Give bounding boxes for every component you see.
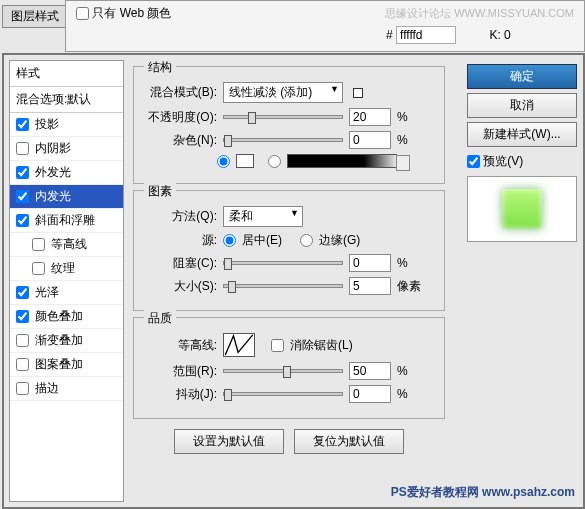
noise-slider[interactable] (223, 138, 343, 142)
style-label: 描边 (35, 380, 59, 397)
style-item-内阴影[interactable]: 内阴影 (10, 137, 123, 161)
watermark-top: 思缘设计论坛 WWW.MISSYUAN.COM (385, 6, 574, 21)
noise-input[interactable] (349, 131, 391, 149)
style-label: 光泽 (35, 284, 59, 301)
style-checkbox[interactable] (16, 382, 29, 395)
style-label: 颜色叠加 (35, 308, 83, 325)
style-item-描边[interactable]: 描边 (10, 377, 123, 401)
style-checkbox[interactable] (16, 286, 29, 299)
element-title: 图素 (144, 183, 176, 200)
antialias-label: 消除锯齿(L) (290, 337, 353, 354)
contour-picker[interactable] (223, 333, 255, 357)
source-edge-radio[interactable] (300, 234, 313, 247)
color-swatch[interactable] (236, 154, 254, 168)
choke-slider[interactable] (223, 261, 343, 265)
method-dropdown[interactable]: 柔和 (223, 206, 303, 227)
opacity-slider[interactable] (223, 115, 343, 119)
style-checkbox[interactable] (16, 118, 29, 131)
blend-mode-label: 混合模式(B): (142, 84, 217, 101)
opacity-label: 不透明度(O): (142, 109, 217, 126)
style-item-光泽[interactable]: 光泽 (10, 281, 123, 305)
layer-style-dialog: 样式 混合选项:默认 投影内阴影外发光内发光斜面和浮雕等高线纹理光泽颜色叠加渐变… (2, 53, 585, 509)
center-label: 居中(E) (242, 232, 282, 249)
px-label: 像素 (397, 278, 421, 295)
solid-color-radio[interactable] (217, 155, 230, 168)
style-label: 等高线 (51, 236, 87, 253)
settings-panel: 结构 混合模式(B): 线性减淡 (添加) 不透明度(O): % 杂色(N): … (129, 60, 449, 502)
style-label: 外发光 (35, 164, 71, 181)
dialog-tab: 图层样式 (2, 5, 68, 28)
size-label: 大小(S): (142, 278, 217, 295)
antialias-checkbox[interactable] (271, 339, 284, 352)
range-slider[interactable] (223, 369, 343, 373)
k-label: K: (489, 28, 500, 42)
new-style-button[interactable]: 新建样式(W)... (467, 122, 577, 147)
contour-label: 等高线: (142, 337, 217, 354)
size-slider[interactable] (223, 284, 343, 288)
style-checkbox[interactable] (16, 310, 29, 323)
web-only-checkbox[interactable]: 只有 Web 颜色 (76, 6, 171, 20)
style-label: 内阴影 (35, 140, 71, 157)
jitter-slider[interactable] (223, 392, 343, 396)
cancel-button[interactable]: 取消 (467, 93, 577, 118)
preview-checkbox[interactable]: 预览(V) (467, 153, 577, 170)
style-label: 内发光 (35, 188, 71, 205)
k-value: 0 (504, 28, 511, 42)
size-input[interactable] (349, 277, 391, 295)
preview-chip (502, 189, 542, 229)
style-item-等高线[interactable]: 等高线 (10, 233, 123, 257)
range-input[interactable] (349, 362, 391, 380)
style-item-图案叠加[interactable]: 图案叠加 (10, 353, 123, 377)
style-item-颜色叠加[interactable]: 颜色叠加 (10, 305, 123, 329)
set-default-button[interactable]: 设置为默认值 (174, 429, 284, 454)
preview-label: 预览(V) (483, 154, 523, 168)
ok-button[interactable]: 确定 (467, 64, 577, 89)
right-panel: 确定 取消 新建样式(W)... 预览(V) (467, 60, 577, 242)
blend-dropdown-icon[interactable] (353, 88, 363, 98)
blend-options[interactable]: 混合选项:默认 (10, 87, 123, 113)
style-label: 纹理 (51, 260, 75, 277)
opacity-input[interactable] (349, 108, 391, 126)
jitter-label: 抖动(J): (142, 386, 217, 403)
source-center-radio[interactable] (223, 234, 236, 247)
style-item-纹理[interactable]: 纹理 (10, 257, 123, 281)
style-item-内发光[interactable]: 内发光 (10, 185, 123, 209)
style-item-外发光[interactable]: 外发光 (10, 161, 123, 185)
color-picker-strip: 只有 Web 颜色 # K: 0 思缘设计论坛 WWW.MISSYUAN.COM (65, 0, 585, 52)
watermark-bottom: PS爱好者教程网 www.psahz.com (391, 484, 575, 501)
jitter-input[interactable] (349, 385, 391, 403)
style-item-斜面和浮雕[interactable]: 斜面和浮雕 (10, 209, 123, 233)
style-checkbox[interactable] (16, 334, 29, 347)
reset-default-button[interactable]: 复位为默认值 (294, 429, 404, 454)
style-item-渐变叠加[interactable]: 渐变叠加 (10, 329, 123, 353)
style-label: 斜面和浮雕 (35, 212, 95, 229)
style-checkbox[interactable] (16, 142, 29, 155)
pct-label: % (397, 364, 408, 378)
gradient-radio[interactable] (268, 155, 281, 168)
web-only-label: 只有 Web 颜色 (92, 6, 171, 20)
styles-list: 样式 混合选项:默认 投影内阴影外发光内发光斜面和浮雕等高线纹理光泽颜色叠加渐变… (9, 60, 124, 502)
style-item-投影[interactable]: 投影 (10, 113, 123, 137)
choke-input[interactable] (349, 254, 391, 272)
style-checkbox[interactable] (32, 262, 45, 275)
pct-label: % (397, 133, 408, 147)
hex-input[interactable] (396, 26, 456, 44)
style-label: 投影 (35, 116, 59, 133)
structure-group: 结构 混合模式(B): 线性减淡 (添加) 不透明度(O): % 杂色(N): … (133, 66, 445, 184)
style-checkbox[interactable] (32, 238, 45, 251)
style-checkbox[interactable] (16, 358, 29, 371)
blend-mode-dropdown[interactable]: 线性减淡 (添加) (223, 82, 343, 103)
quality-title: 品质 (144, 310, 176, 327)
style-label: 图案叠加 (35, 356, 83, 373)
pct-label: % (397, 256, 408, 270)
range-label: 范围(R): (142, 363, 217, 380)
style-checkbox[interactable] (16, 214, 29, 227)
pct-label: % (397, 387, 408, 401)
style-label: 渐变叠加 (35, 332, 83, 349)
gradient-bar[interactable] (287, 154, 397, 168)
noise-label: 杂色(N): (142, 132, 217, 149)
style-checkbox[interactable] (16, 166, 29, 179)
hash-label: # (386, 28, 393, 42)
styles-header[interactable]: 样式 (10, 61, 123, 87)
style-checkbox[interactable] (16, 190, 29, 203)
